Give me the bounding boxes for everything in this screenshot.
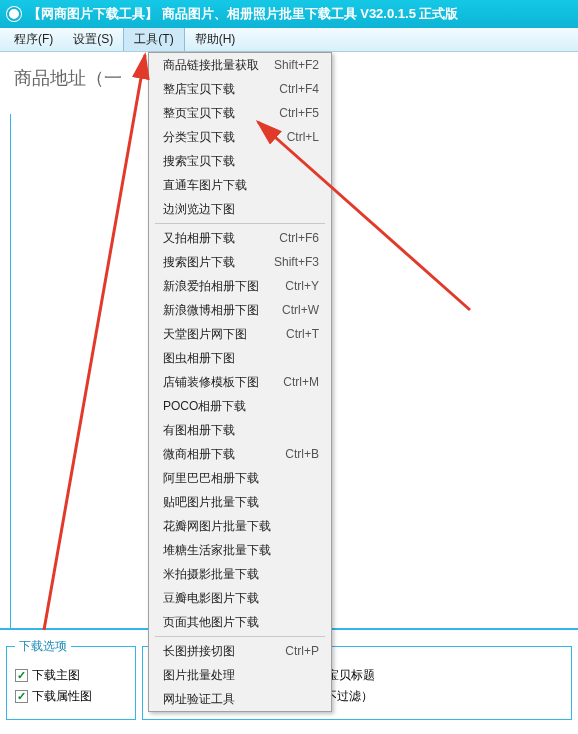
checkbox-icon — [15, 669, 28, 682]
download-options-group: 下载选项 下载主图 下载属性图 — [6, 638, 136, 720]
menu-program[interactable]: 程序(F) — [4, 28, 63, 51]
download-options-legend: 下载选项 — [15, 638, 71, 655]
menu-item-18[interactable]: 阿里巴巴相册下载 — [149, 466, 331, 490]
menu-item-label: 分类宝贝下载 — [163, 129, 235, 145]
menu-item-22[interactable]: 米拍摄影批量下载 — [149, 562, 331, 586]
menu-item-shortcut: Ctrl+F5 — [279, 105, 319, 121]
menu-item-label: 边浏览边下图 — [163, 201, 235, 217]
menu-item-label: 贴吧图片批量下载 — [163, 494, 259, 510]
menu-item-11[interactable]: 新浪微博相册下图Ctrl+W — [149, 298, 331, 322]
menu-item-23[interactable]: 豆瓣电影图片下载 — [149, 586, 331, 610]
menu-item-label: 堆糖生活家批量下载 — [163, 542, 271, 558]
menu-item-0[interactable]: 商品链接批量获取Shift+F2 — [149, 53, 331, 77]
content-border — [10, 114, 11, 640]
checkbox-icon — [15, 690, 28, 703]
menu-item-28[interactable]: 网址验证工具 — [149, 687, 331, 711]
menu-item-label: 整页宝贝下载 — [163, 105, 235, 121]
menu-item-shortcut: Ctrl+P — [285, 643, 319, 659]
menu-item-16[interactable]: 有图相册下载 — [149, 418, 331, 442]
menu-item-14[interactable]: 店铺装修模板下图Ctrl+M — [149, 370, 331, 394]
menu-item-shortcut: Ctrl+T — [286, 326, 319, 342]
menu-item-2[interactable]: 整页宝贝下载Ctrl+F5 — [149, 101, 331, 125]
menu-item-shortcut: Ctrl+F6 — [279, 230, 319, 246]
menu-item-shortcut: Ctrl+L — [287, 129, 319, 145]
menubar: 程序(F) 设置(S) 工具(T) 帮助(H) — [0, 28, 578, 52]
menu-tools[interactable]: 工具(T) — [123, 28, 184, 51]
menu-item-label: 花瓣网图片批量下载 — [163, 518, 271, 534]
chk-label: 下载主图 — [32, 667, 80, 684]
menu-item-shortcut: Ctrl+B — [285, 446, 319, 462]
chk-label: 下载属性图 — [32, 688, 92, 705]
menu-separator — [155, 636, 325, 637]
menu-item-label: 又拍相册下载 — [163, 230, 235, 246]
menu-item-label: 商品链接批量获取 — [163, 57, 259, 73]
menu-item-19[interactable]: 贴吧图片批量下载 — [149, 490, 331, 514]
menu-item-1[interactable]: 整店宝贝下载Ctrl+F4 — [149, 77, 331, 101]
menu-item-15[interactable]: POCO相册下载 — [149, 394, 331, 418]
window-title: 【网商图片下载工具】 商品图片、相册照片批里下载工具 V32.0.1.5 正式版 — [28, 5, 459, 23]
menu-item-10[interactable]: 新浪爱拍相册下图Ctrl+Y — [149, 274, 331, 298]
menu-item-shortcut: Ctrl+M — [283, 374, 319, 390]
menu-item-label: 阿里巴巴相册下载 — [163, 470, 259, 486]
tools-dropdown: 商品链接批量获取Shift+F2整店宝贝下载Ctrl+F4整页宝贝下载Ctrl+… — [148, 52, 332, 712]
menu-item-6[interactable]: 边浏览边下图 — [149, 197, 331, 221]
menu-item-shortcut: Shift+F2 — [274, 57, 319, 73]
menu-item-label: 新浪微博相册下图 — [163, 302, 259, 318]
menu-item-4[interactable]: 搜索宝贝下载 — [149, 149, 331, 173]
menu-item-label: 直通车图片下载 — [163, 177, 247, 193]
menu-item-label: 有图相册下载 — [163, 422, 235, 438]
menu-item-label: 搜索图片下载 — [163, 254, 235, 270]
menu-item-shortcut: Ctrl+F4 — [279, 81, 319, 97]
menu-item-13[interactable]: 图虫相册下图 — [149, 346, 331, 370]
menu-item-label: 页面其他图片下载 — [163, 614, 259, 630]
menu-settings[interactable]: 设置(S) — [63, 28, 123, 51]
menu-item-20[interactable]: 花瓣网图片批量下载 — [149, 514, 331, 538]
menu-item-label: 豆瓣电影图片下载 — [163, 590, 259, 606]
menu-item-shortcut: Shift+F3 — [274, 254, 319, 270]
menu-item-shortcut: Ctrl+Y — [285, 278, 319, 294]
menu-item-label: 网址验证工具 — [163, 691, 235, 707]
menu-item-label: 店铺装修模板下图 — [163, 374, 259, 390]
menu-help[interactable]: 帮助(H) — [185, 28, 246, 51]
menu-item-shortcut: Ctrl+W — [282, 302, 319, 318]
menu-item-27[interactable]: 图片批量处理 — [149, 663, 331, 687]
menu-item-5[interactable]: 直通车图片下载 — [149, 173, 331, 197]
menu-item-label: POCO相册下载 — [163, 398, 246, 414]
menu-item-12[interactable]: 天堂图片网下图Ctrl+T — [149, 322, 331, 346]
menu-item-9[interactable]: 搜索图片下载Shift+F3 — [149, 250, 331, 274]
menu-item-label: 新浪爱拍相册下图 — [163, 278, 259, 294]
menu-item-label: 米拍摄影批量下载 — [163, 566, 259, 582]
menu-item-label: 图片批量处理 — [163, 667, 235, 683]
menu-separator — [155, 223, 325, 224]
menu-item-3[interactable]: 分类宝贝下载Ctrl+L — [149, 125, 331, 149]
chk-download-main[interactable]: 下载主图 — [15, 667, 80, 684]
menu-item-label: 整店宝贝下载 — [163, 81, 235, 97]
chk-download-attr[interactable]: 下载属性图 — [15, 688, 92, 705]
menu-item-label: 微商相册下载 — [163, 446, 235, 462]
menu-item-21[interactable]: 堆糖生活家批量下载 — [149, 538, 331, 562]
menu-item-label: 图虫相册下图 — [163, 350, 235, 366]
app-icon — [6, 6, 22, 22]
menu-item-26[interactable]: 长图拼接切图Ctrl+P — [149, 639, 331, 663]
menu-item-17[interactable]: 微商相册下载Ctrl+B — [149, 442, 331, 466]
menu-item-8[interactable]: 又拍相册下载Ctrl+F6 — [149, 226, 331, 250]
menu-item-label: 搜索宝贝下载 — [163, 153, 235, 169]
menu-item-24[interactable]: 页面其他图片下载 — [149, 610, 331, 634]
menu-item-label: 天堂图片网下图 — [163, 326, 247, 342]
titlebar: 【网商图片下载工具】 商品图片、相册照片批里下载工具 V32.0.1.5 正式版 — [0, 0, 578, 28]
menu-item-label: 长图拼接切图 — [163, 643, 235, 659]
